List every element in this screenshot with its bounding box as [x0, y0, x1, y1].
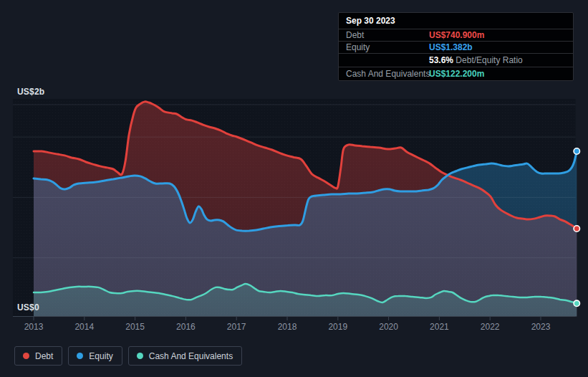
- x-axis-label-2019: 2019: [322, 322, 354, 332]
- x-axis-label-2014: 2014: [69, 322, 100, 332]
- tooltip-cash-label: Cash And Equivalents: [346, 69, 430, 79]
- legend-debt-label: Debt: [35, 351, 53, 361]
- chart-tooltip: Sep 30 2023 Debt US$740.900m Equity US$1…: [338, 12, 574, 81]
- x-axis-label-2017: 2017: [221, 322, 252, 332]
- x-axis-label-2022: 2022: [474, 322, 506, 332]
- tooltip-debt-value: US$740.900m: [429, 29, 484, 42]
- legend-item-equity[interactable]: Equity: [68, 346, 122, 366]
- tooltip-date: Sep 30 2023: [339, 13, 573, 29]
- tooltip-cash-value: US$122.200m: [429, 67, 484, 81]
- tooltip-ratio-value: 53.6%: [429, 55, 453, 65]
- y-axis-zero-label: US$0: [17, 302, 39, 312]
- legend-cash-label: Cash And Equivalents: [149, 351, 233, 361]
- x-axis-label-2021: 2021: [423, 322, 455, 332]
- tooltip-row-debt: Debt US$740.900m: [339, 29, 573, 41]
- chart-legend: Debt Equity Cash And Equivalents: [14, 346, 242, 366]
- tooltip-row-ratio: 53.6% Debt/Equity Ratio: [339, 53, 573, 67]
- legend-item-debt[interactable]: Debt: [14, 346, 62, 366]
- tooltip-ratio: 53.6% Debt/Equity Ratio: [429, 54, 523, 67]
- tooltip-debt-label: Debt: [346, 30, 364, 40]
- y-axis-max-label: US$2b: [17, 87, 44, 97]
- tooltip-ratio-label: Debt/Equity Ratio: [453, 55, 523, 65]
- tooltip-row-equity: Equity US$1.382b: [339, 41, 573, 53]
- x-axis-label-2016: 2016: [170, 322, 201, 332]
- debt-legend-dot: [23, 353, 29, 359]
- x-axis-label-2023: 2023: [525, 322, 556, 332]
- legend-equity-label: Equity: [89, 351, 112, 361]
- debt-equity-history-chart: US$2b US$0 20132014201520162017201820192…: [0, 0, 588, 377]
- x-axis-label-2018: 2018: [271, 322, 303, 332]
- tooltip-row-cash: Cash And Equivalents US$122.200m: [339, 67, 573, 80]
- tooltip-equity-value: US$1.382b: [429, 42, 473, 54]
- cash-legend-dot: [137, 353, 143, 359]
- equity-legend-dot: [77, 353, 83, 359]
- tooltip-equity-label: Equity: [346, 42, 370, 52]
- x-axis-label-2020: 2020: [373, 322, 405, 332]
- x-axis-label-2013: 2013: [18, 322, 49, 332]
- legend-item-cash[interactable]: Cash And Equivalents: [128, 346, 242, 366]
- x-axis-label-2015: 2015: [120, 322, 151, 332]
